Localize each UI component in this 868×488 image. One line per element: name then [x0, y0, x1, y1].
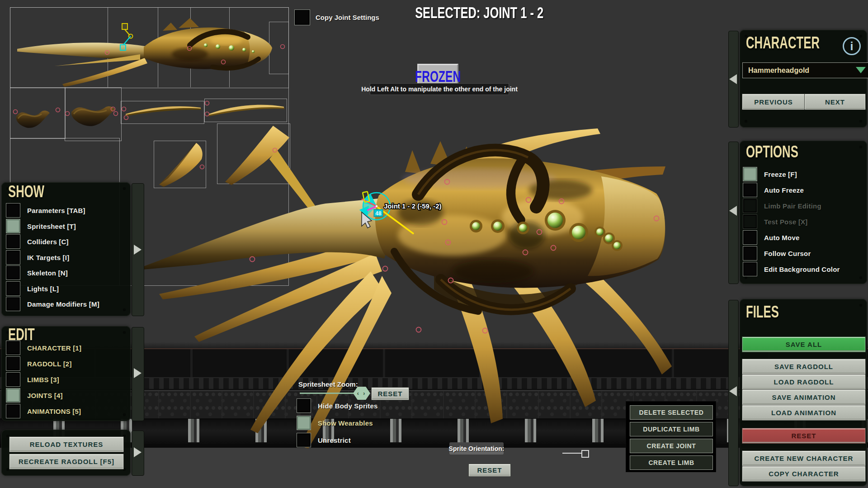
joint-angle-value: 48 [375, 210, 382, 217]
checkbox[interactable] [297, 433, 311, 447]
edit-item-ragdoll[interactable]: RAGDOLL [2] [6, 356, 72, 371]
checkbox[interactable] [297, 398, 311, 413]
slider-arrows-icon: ‹ › [357, 390, 366, 397]
limb-actions-group: DELETE SELECTED DUPLICATE LIMB CREATE JO… [626, 402, 716, 472]
files-panel: FILES SAVE ALL SAVE RAGDOLL LOAD RAGDOLL… [740, 299, 867, 486]
checkbox[interactable] [6, 341, 20, 355]
options-panel: OPTIONS Freeze [F] Auto Freeze Limb Pair… [740, 141, 867, 284]
chevron-left-icon [729, 74, 737, 84]
files-panel-title: FILES [746, 303, 788, 321]
checkbox [743, 214, 757, 229]
next-character-button[interactable]: NEXT [805, 94, 865, 109]
copy-joint-settings-label: Copy Joint Settings [316, 14, 379, 21]
show-panel: SHOW Parameters [TAB] Spritesheet [T] Co… [1, 182, 131, 316]
save-all-button[interactable]: SAVE ALL [742, 337, 865, 352]
show-item-spritesheet[interactable]: Spritesheet [T] [6, 219, 76, 233]
character-select-dropdown[interactable]: Hammerheadgold [742, 62, 868, 78]
creature-hammerheadgold[interactable] [132, 128, 672, 449]
edit-panel: EDIT CHARACTER [1] RAGDOLL [2] LIMBS [3]… [1, 326, 131, 421]
info-icon[interactable]: i [843, 37, 861, 55]
chevron-right-icon [134, 245, 142, 255]
checkbox[interactable] [6, 388, 20, 403]
options-panel-collapse-tab[interactable] [728, 142, 739, 284]
sprite-full-body[interactable] [17, 18, 272, 87]
character-panel-title: CHARACTER [746, 34, 840, 52]
joint-label: Joint 1 - 2 (-59, -2) [384, 202, 442, 210]
show-item-parameters[interactable]: Parameters [TAB] [6, 203, 85, 218]
edit-item-animations[interactable]: ANIMATIONS [5] [6, 404, 81, 418]
character-editor: 48 Joint 1 - 2 (-59, -2) Copy Joint Sett… [0, 0, 868, 488]
checkbox[interactable] [6, 265, 20, 280]
show-item-damage-modifiers[interactable]: Damage Modifiers [M] [6, 297, 99, 311]
checkbox [743, 199, 757, 213]
checkbox[interactable] [6, 372, 20, 387]
options-panel-title: OPTIONS [746, 143, 813, 161]
checkbox[interactable] [6, 250, 20, 265]
show-panel-title: SHOW [8, 183, 55, 200]
edit-item-limbs[interactable]: LIMBS [3] [6, 372, 59, 387]
load-ragdoll-button[interactable]: LOAD RAGDOLL [742, 374, 865, 389]
sprite-orientation-label: Sprite Orientation: [449, 442, 504, 455]
save-ragdoll-button[interactable]: SAVE RAGDOLL [742, 359, 865, 374]
checkbox[interactable] [6, 281, 20, 296]
show-item-lights[interactable]: Lights [L] [6, 281, 59, 296]
checkbox[interactable] [6, 297, 20, 311]
show-wearables-row[interactable]: Show Wearables [297, 416, 373, 430]
checkbox[interactable] [743, 246, 757, 261]
checkbox[interactable] [743, 262, 757, 276]
load-animation-button[interactable]: LOAD ANIMATION [742, 405, 865, 420]
show-item-skeleton[interactable]: Skeleton [N] [6, 265, 68, 280]
edit-panel-collapse-tab[interactable] [132, 327, 144, 421]
copy-character-button[interactable]: COPY CHARACTER [742, 466, 865, 481]
character-panel-collapse-tab[interactable] [728, 31, 739, 128]
edit-item-joints[interactable]: JOINTS [4] [6, 388, 63, 403]
sprite-orientation-track[interactable] [562, 453, 582, 454]
chevron-left-icon [729, 206, 737, 216]
spritesheet-zoom-label: Spritesheet Zoom: [298, 380, 358, 388]
create-limb-button[interactable]: CREATE LIMB [630, 455, 713, 470]
page-title: SELECTED: JOINT 1 - 2 [398, 5, 561, 21]
joint-tooltip: Hold Left Alt to manipulate the other en… [370, 83, 509, 95]
checkbox[interactable] [743, 183, 757, 197]
show-panel-collapse-tab[interactable] [132, 183, 144, 316]
show-item-ik-targets[interactable]: IK Targets [I] [6, 250, 69, 265]
create-joint-button[interactable]: CREATE JOINT [630, 439, 713, 453]
sprite-triangular-fin[interactable] [159, 126, 319, 215]
show-item-colliders[interactable]: Colliders [C] [6, 234, 69, 249]
option-auto-freeze[interactable]: Auto Freeze [743, 183, 804, 197]
checkbox[interactable] [297, 416, 311, 430]
edit-item-character[interactable]: CHARACTER [1] [6, 341, 81, 355]
option-follow-cursor[interactable]: Follow Cursor [743, 246, 811, 261]
reload-textures-button[interactable]: RELOAD TEXTURES [9, 437, 123, 452]
texture-actions-collapse-tab[interactable] [132, 431, 144, 476]
recreate-ragdoll-button[interactable]: RECREATE RAGDOLL [F5] [9, 454, 123, 469]
checkbox[interactable] [6, 356, 20, 371]
checkbox[interactable] [6, 203, 20, 218]
chevron-right-icon [134, 447, 142, 457]
checkbox[interactable] [6, 404, 20, 418]
previous-character-button[interactable]: PREVIOUS [742, 94, 805, 109]
chevron-down-icon [856, 67, 866, 73]
checkbox[interactable] [6, 234, 20, 249]
save-animation-button[interactable]: SAVE ANIMATION [742, 390, 865, 405]
hide-body-sprites-row[interactable]: Hide Body Sprites [297, 398, 378, 413]
sprite-orientation-slider[interactable] [581, 450, 589, 458]
delete-selected-button[interactable]: DELETE SELECTED [630, 405, 713, 420]
checkbox[interactable] [743, 167, 757, 181]
sprite-tail-segment[interactable] [16, 106, 115, 128]
option-freeze[interactable]: Freeze [F] [743, 167, 797, 181]
copy-joint-settings-checkbox[interactable] [294, 9, 310, 25]
option-limb-pair-editing: Limb Pair Editing [743, 199, 821, 213]
option-edit-background-color[interactable]: Edit Background Color [743, 262, 840, 276]
option-auto-move[interactable]: Auto Move [743, 230, 799, 245]
sprite-orientation-reset-button[interactable]: RESET [469, 464, 510, 476]
checkbox[interactable] [743, 230, 757, 245]
duplicate-limb-button[interactable]: DUPLICATE LIMB [630, 422, 713, 436]
reset-button[interactable]: RESET [742, 428, 865, 443]
selected-character: Hammerheadgold [748, 66, 809, 75]
files-panel-collapse-tab[interactable] [728, 300, 739, 486]
checkbox[interactable] [6, 219, 20, 233]
spritesheet-zoom-reset-button[interactable]: RESET [372, 388, 409, 400]
create-new-character-button[interactable]: CREATE NEW CHARACTER [742, 451, 865, 466]
unrestrict-row[interactable]: Unrestrict [297, 433, 351, 447]
